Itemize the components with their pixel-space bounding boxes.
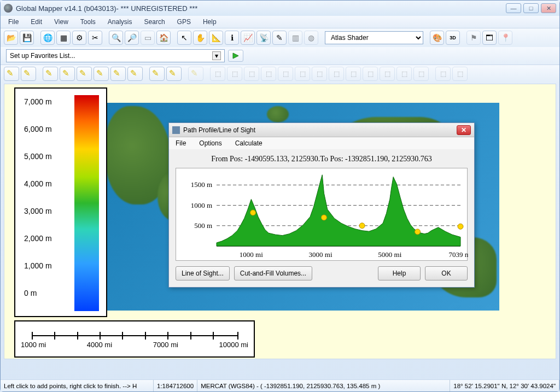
menu-help[interactable]: Help bbox=[197, 17, 222, 27]
dig-d8-icon[interactable]: ⬚ bbox=[312, 67, 327, 81]
save-icon[interactable]: 💾 bbox=[20, 31, 34, 45]
menu-edit[interactable]: Edit bbox=[25, 17, 48, 27]
svg-text:5000 mi: 5000 mi bbox=[378, 250, 401, 259]
menu-analysis[interactable]: Analysis bbox=[102, 17, 138, 27]
ok-button[interactable]: OK bbox=[425, 266, 468, 280]
zoom-extent-icon[interactable]: ▭ bbox=[141, 31, 155, 45]
map-canvas[interactable]: 7,000 m6,000 m5,000 m4,000 m3,000 m2,000… bbox=[4, 84, 556, 359]
menu-search[interactable]: Search bbox=[139, 17, 171, 27]
dig-d15-icon[interactable]: ⬚ bbox=[435, 67, 451, 81]
dig-grid-icon[interactable] bbox=[127, 67, 143, 81]
svg-point-13 bbox=[321, 215, 326, 220]
zoom-in-icon[interactable]: 🔍 bbox=[109, 31, 123, 45]
dig-d14-icon[interactable]: ⬚ bbox=[413, 67, 429, 81]
elevation-legend: 7,000 m6,000 m5,000 m4,000 m3,000 m2,000… bbox=[14, 87, 107, 317]
help-button[interactable]: Help bbox=[378, 266, 421, 280]
svg-point-15 bbox=[415, 229, 420, 235]
dlg-menu-file[interactable]: File bbox=[172, 138, 189, 148]
dig-d16-icon[interactable]: ⬚ bbox=[452, 67, 468, 81]
dig-trace-icon[interactable] bbox=[149, 67, 165, 81]
view3d-icon[interactable]: 3D bbox=[446, 31, 460, 45]
elev-tick-7: 0 m bbox=[24, 289, 37, 297]
shader-select[interactable]: Atlas Shader bbox=[325, 31, 423, 44]
measure-icon[interactable]: 📐 bbox=[209, 31, 223, 45]
scale-label-3: 10000 mi bbox=[219, 341, 248, 349]
dig-d10-icon[interactable]: ⬚ bbox=[346, 67, 361, 81]
layers-icon[interactable]: ▦ bbox=[56, 31, 71, 45]
elev-tick-5: 2,000 m bbox=[24, 234, 52, 243]
tool-icon[interactable]: ✂ bbox=[88, 31, 102, 45]
dig-area-icon[interactable] bbox=[43, 67, 58, 81]
pin-icon[interactable]: 📍 bbox=[498, 31, 512, 45]
elevation-profile-chart[interactable]: 500 m1000 m1500 m1000 mi3000 mi5000 mi70… bbox=[176, 168, 468, 261]
dlg-menu-calculate[interactable]: Calculate bbox=[232, 138, 266, 148]
run-favorite-button[interactable] bbox=[228, 50, 243, 62]
config-icon[interactable]: ⚙ bbox=[72, 31, 86, 45]
dig-d4-icon[interactable]: ⬚ bbox=[244, 67, 259, 81]
dig-range-icon[interactable] bbox=[110, 67, 126, 81]
menu-file[interactable]: File bbox=[3, 17, 24, 27]
dig-rect-icon[interactable] bbox=[60, 67, 75, 81]
app-icon bbox=[4, 4, 13, 13]
tool5-icon[interactable]: ▥ bbox=[288, 31, 302, 45]
palette-icon[interactable]: 🎨 bbox=[430, 31, 444, 45]
elev-tick-6: 1,000 m bbox=[24, 261, 52, 270]
svg-text:1000 m: 1000 m bbox=[191, 201, 212, 209]
dig-d1-icon[interactable] bbox=[188, 67, 203, 81]
dig-d5-icon[interactable]: ⬚ bbox=[261, 67, 276, 81]
maximize-button[interactable]: □ bbox=[523, 3, 539, 13]
dig-d3-icon[interactable]: ⬚ bbox=[227, 67, 242, 81]
dig-circle-icon[interactable] bbox=[77, 67, 92, 81]
home-icon[interactable]: 🏠 bbox=[156, 31, 171, 45]
open-icon[interactable]: 📂 bbox=[4, 31, 18, 45]
flag-icon[interactable]: ⚑ bbox=[466, 31, 481, 45]
info-icon[interactable]: ℹ bbox=[225, 31, 239, 45]
dialog-titlebar[interactable]: Path Profile/Line of Sight ✕ bbox=[169, 123, 474, 137]
digitize-toolbar: ⬚ ⬚ ⬚ ⬚ ⬚ ⬚ ⬚ ⬚ ⬚ ⬚ ⬚ ⬚ ⬚ ⬚ ⬚ bbox=[1, 65, 559, 83]
svg-text:7039 mi: 7039 mi bbox=[449, 250, 468, 259]
pan-icon[interactable]: ✋ bbox=[193, 31, 207, 45]
dig-point-icon[interactable] bbox=[4, 67, 19, 81]
main-toolbar: 📂 💾 🌐 ▦ ⚙ ✂ 🔍 🔎 ▭ 🏠 ↖ ✋ 📐 ℹ 📈 📡 ✎ ▥ ◍ At… bbox=[1, 28, 559, 47]
close-button[interactable]: ✕ bbox=[541, 3, 556, 13]
tool6-icon[interactable]: ◍ bbox=[304, 31, 318, 45]
elev-tick-2: 5,000 m bbox=[24, 152, 52, 161]
statusbar: Left click to add points, right click to… bbox=[1, 379, 559, 391]
menu-tools[interactable]: Tools bbox=[75, 17, 101, 27]
elev-tick-4: 3,000 m bbox=[24, 207, 52, 215]
svg-point-16 bbox=[458, 224, 463, 229]
profile-icon[interactable]: 📈 bbox=[241, 31, 255, 45]
scale-label-0: 1000 mi bbox=[21, 341, 46, 349]
dig-d6-icon[interactable]: ⬚ bbox=[278, 67, 293, 81]
pencil-icon[interactable]: ✎ bbox=[272, 31, 287, 45]
favorites-select[interactable]: Set up Favorites List... ▾ bbox=[6, 49, 225, 62]
window-icon[interactable]: 🗔 bbox=[482, 31, 497, 45]
elev-tick-0: 7,000 m bbox=[24, 97, 52, 106]
favorites-placeholder: Set up Favorites List... bbox=[10, 52, 75, 60]
window-title: Global Mapper v14.1 (b043013)- *** UNREG… bbox=[16, 4, 197, 13]
dig-d13-icon[interactable]: ⬚ bbox=[396, 67, 412, 81]
chevron-down-icon: ▾ bbox=[212, 51, 221, 60]
dig-d12-icon[interactable]: ⬚ bbox=[380, 67, 395, 81]
dig-d9-icon[interactable]: ⬚ bbox=[329, 67, 344, 81]
antenna-icon[interactable]: 📡 bbox=[256, 31, 271, 45]
minimize-button[interactable]: — bbox=[506, 3, 521, 13]
cut-fill-button[interactable]: Cut-and-Fill Volumes... bbox=[234, 266, 312, 280]
dialog-title: Path Profile/Line of Sight bbox=[183, 126, 255, 134]
line-of-sight-button[interactable]: Line of Sight... bbox=[176, 266, 230, 280]
dig-d7-icon[interactable]: ⬚ bbox=[295, 67, 310, 81]
dlg-menu-options[interactable]: Options bbox=[196, 138, 225, 148]
dig-free-icon[interactable] bbox=[166, 67, 182, 81]
menu-gps[interactable]: GPS bbox=[172, 17, 196, 27]
zoom-out-icon[interactable]: 🔎 bbox=[125, 31, 139, 45]
dialog-close-button[interactable]: ✕ bbox=[457, 125, 471, 135]
dig-line-icon[interactable] bbox=[21, 67, 36, 81]
dig-d11-icon[interactable]: ⬚ bbox=[363, 67, 378, 81]
globe-icon[interactable]: 🌐 bbox=[40, 31, 55, 45]
dig-cogo-icon[interactable] bbox=[94, 67, 109, 81]
dig-d2-icon[interactable]: ⬚ bbox=[210, 67, 225, 81]
menu-view[interactable]: View bbox=[49, 17, 74, 27]
pointer-icon[interactable]: ↖ bbox=[177, 31, 191, 45]
elev-tick-3: 4,000 m bbox=[24, 179, 52, 188]
status-projection: MERCAT (WGS84) - ( -1392851.190, 2125930… bbox=[197, 380, 450, 391]
